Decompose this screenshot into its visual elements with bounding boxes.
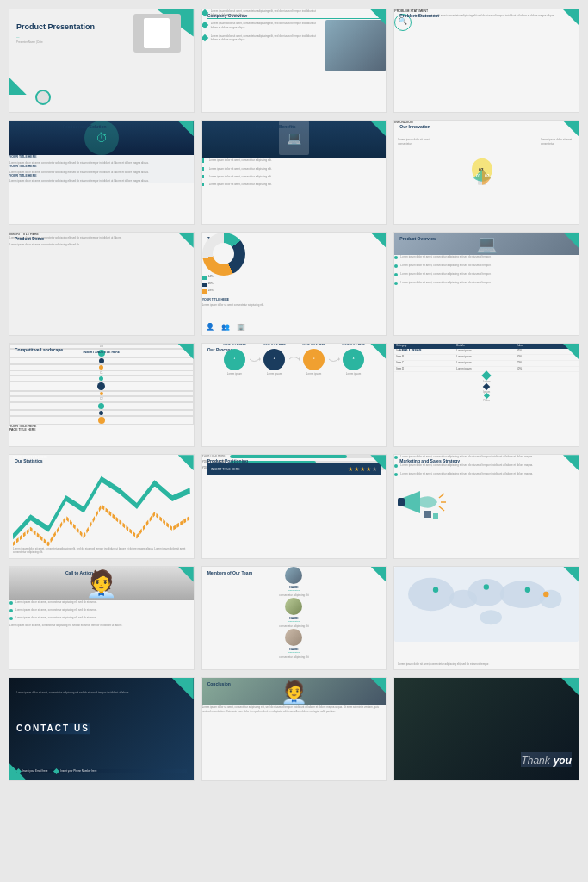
slide10-cell-3-2 [9, 402, 194, 410]
slide17-title: Members of Our Team [207, 570, 252, 576]
slide-9-product-overview[interactable]: Product Overview 💻 Lorem ipsum dolor sit… [393, 232, 579, 336]
slide12-diamonds: Lorem Ipsum Dolor [394, 372, 579, 402]
svg-point-20 [433, 587, 438, 592]
slide11-circle-4: 4 [343, 349, 364, 370]
slide19-contact-title: CONTACT US [16, 723, 90, 734]
slide11-circle-3: 3 [303, 349, 325, 370]
slide1-title: Product Presentation [16, 22, 95, 32]
slide-13-statistics[interactable]: Our Statistics INSERT CHART TITLE HERE L… [9, 454, 195, 558]
slide6-text-left: Lorem ipsum dolor sit amet consectetur [398, 138, 432, 145]
slide9-items: Lorem ipsum dolor sit amet, consectetur … [394, 255, 579, 285]
slide9-title: Product Overview [399, 236, 436, 242]
slide5-laptop-icon: 💻 [287, 130, 301, 146]
slide15-megaphone-icon [394, 481, 579, 530]
svg-text:01: 01 [476, 173, 481, 178]
slide8-donut-hole [213, 243, 234, 264]
slide-2-company-overview[interactable]: Company Overview Lorem ipsum dolor sit a… [201, 9, 387, 113]
svg-text:02: 02 [485, 173, 490, 178]
slide16-content: Lorem ipsum dolor sit amet, consectetur … [9, 600, 194, 627]
slide-18-locations[interactable]: Our Locations [393, 566, 579, 670]
slide-11-our-process[interactable]: Our Process YOUR TITLE HERE 1 Lorem ipsu… [201, 343, 387, 447]
slide9-item-4: Lorem ipsum dolor sit amet, consectetur … [394, 281, 579, 285]
slide14-star-3: ★ [360, 466, 365, 472]
slide17-team-area: NAME Designation consectetur adipiscing … [202, 567, 387, 660]
slide9-laptop-icon: 💻 [476, 233, 498, 255]
svg-point-22 [525, 587, 530, 592]
slide18-map-area [394, 567, 579, 642]
slide12-row-3: Item C Lorem ipsum 70% [394, 361, 579, 367]
svg-line-11 [439, 506, 444, 511]
slide8-legend-3: 29% [208, 289, 214, 293]
svg-marker-7 [338, 357, 340, 361]
slide10-top-label: INSERT AND TITLE HERE [15, 351, 189, 355]
slide18-map-background [394, 567, 579, 642]
svg-point-17 [500, 581, 546, 608]
slide16-item-1: Lorem ipsum dolor sit amet, consectetur … [9, 600, 194, 605]
slide4-col3-text: Lorem ipsum dolor sit amet consectetur a… [9, 179, 194, 183]
slide2-item-2: Lorem ipsum dolor sit amet, consectetur … [202, 22, 322, 28]
slide10-cell-1-3 [9, 357, 194, 364]
slide15-dot-2 [394, 464, 398, 468]
slide16-item-2: Lorem ipsum dolor sit amet, consectetur … [9, 608, 194, 612]
slide-21-thank-you[interactable]: Thank you [393, 677, 579, 781]
slide10-cell-2-3 [9, 382, 194, 391]
slide-6-innovation[interactable]: Our Innovation INNOVATION 01 02 03 [393, 120, 579, 224]
slide4-col3-title: YOUR TITLE HERE [9, 174, 194, 178]
slide10-cell-1-4 [9, 364, 194, 370]
slide9-item-1: Lorem ipsum dolor sit amet, consectetur … [394, 255, 579, 259]
svg-rect-12 [424, 511, 431, 518]
slide-19-contact[interactable]: CONTACT US Lorem ipsum dolor sit amet, c… [9, 677, 195, 781]
slide17-desc-2: consectetur adipiscing elit [279, 624, 308, 628]
slide-14-positioning[interactable]: Product Positioning INSERT TITLE HERE ★ … [201, 454, 387, 558]
svg-point-21 [484, 584, 489, 589]
slide2-text-3: Lorem ipsum dolor sit amet, consectetur … [211, 34, 322, 41]
slide-8-target-market[interactable]: Target Market 14% 29% 29% [201, 232, 387, 336]
slide17-avatar-3 [285, 629, 302, 646]
slide-1-product-presentation[interactable]: Product Presentation — Presenter Name | … [9, 9, 195, 113]
slide6-bulb-diagram: 01 02 03 [461, 152, 504, 197]
slide10-cell-3-4 [9, 416, 194, 425]
slide7-title: Product Demo [15, 236, 44, 242]
slide19-email-text: Insert your Email here [22, 770, 47, 773]
slide-20-conclusion[interactable]: Conclusion 🧑‍💼 Lorem ipsum dolor sit ame… [201, 677, 387, 781]
slide-12-use-cases[interactable]: Use Cases Category Details Value Item A … [393, 343, 579, 447]
slide-10-competitive[interactable]: Competitive Landscape INSERT AND TITLE H… [9, 343, 195, 447]
slide8-donut-chart [202, 233, 387, 276]
slide18-bottom-text: Lorem ipsum dolor sit amet, consectetur … [398, 662, 575, 666]
slide6-corner-accent [563, 121, 579, 136]
slide9-item-3: Lorem ipsum dolor sit amet, consectetur … [394, 272, 579, 276]
slide16-item-3: Lorem ipsum dolor sit amet, consectetur … [9, 616, 194, 620]
slide14-star-2: ★ [354, 466, 359, 472]
slide10-x-label: PAGE TITLE HERE [9, 428, 194, 432]
slide4-col-2: YOUR TITLE HERE Lorem ipsum dolor sit am… [9, 165, 194, 174]
slide8-legend-1: 14% [208, 276, 214, 279]
slide4-clock-icon: ⏱ [96, 130, 108, 146]
slide14-header-label: INSERT TITLE HERE [211, 468, 240, 472]
slide-3-problem-statement[interactable]: Problem Statement PROBLEM STATEMENT 🔍 Lo… [393, 9, 579, 113]
slide1-corner-deco [9, 78, 27, 95]
slide12-row-1: Item A Lorem ipsum 95% [394, 349, 579, 355]
slide-17-team[interactable]: Members of Our Team NAME Designation con… [201, 566, 387, 670]
slide16-bottom-text: Lorem ipsum dolor sit amet, consectetur … [9, 624, 194, 627]
slide6-text-right: Lorem ipsum dolor sit amet consectetur [541, 138, 575, 145]
slide-4-product-solution[interactable]: Product and Solution ⏱ YOUR TITLE HERE L… [9, 120, 195, 224]
slide-15-marketing[interactable]: Marketing and Sales Strategy Lorem ipsum… [393, 454, 579, 558]
slide-16-cta[interactable]: Call to Action 🧑‍💼 Lorem ipsum dolor sit… [9, 566, 195, 670]
slide-7-product-demo[interactable]: Product Demo INSERT TITLE HERE Lorem ips… [9, 232, 195, 336]
svg-point-16 [468, 578, 505, 606]
slide17-member-3: NAME Designation consectetur adipiscing … [202, 629, 387, 660]
slide9-dot-2 [394, 264, 398, 268]
slide1-subtitle: — [16, 35, 95, 40]
slide4-col1-title: YOUR TITLE HERE [9, 155, 194, 159]
slide8-icon-3: 🏢 [237, 323, 245, 332]
slide2-item-1: Lorem ipsum dolor sit amet, consectetur … [202, 9, 322, 16]
slide17-desc-1: consectetur adipiscing elit [279, 593, 308, 597]
slide16-title: Call to Action [65, 570, 93, 576]
slide12-title: Use Cases [399, 347, 421, 353]
slide19-phone-item: Insert your Phone Number here [54, 769, 96, 773]
slide13-bottom-text: Lorem ipsum dolor sit amet, consectetur … [13, 547, 190, 554]
slide2-photo [325, 20, 386, 71]
slide18-map-svg [394, 567, 579, 640]
slide14-bar1-track [230, 455, 387, 458]
slide-5-promise-benefits[interactable]: Promise of Benefits 💻 Lorem ipsum dolor … [201, 120, 387, 224]
